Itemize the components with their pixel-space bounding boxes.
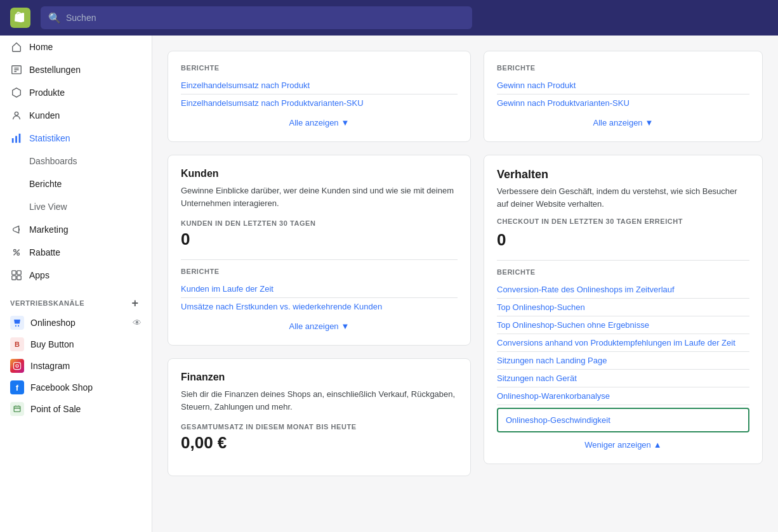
report-gewinn-sku[interactable]: Gewinn nach Produktvarianten-SKU [497,94,749,112]
report-kunden-zeit[interactable]: Kunden im Laufe der Zeit [181,280,458,298]
report-warenkorbanalyse[interactable]: Onlineshop-Warenkorbanalyse [497,387,749,405]
svg-rect-8 [17,271,21,275]
svg-rect-13 [13,362,20,369]
report-top-suchen-ohne[interactable]: Top Onlineshop-Suchen ohne Ergebnisse [497,316,749,334]
report-link-einzelhandel-sku[interactable]: Einzelhandelsumsatz nach Produktvariante… [181,94,458,112]
sidebar-sub-berichte[interactable]: Berichte [0,172,152,195]
svg-rect-16 [14,406,20,412]
svg-rect-4 [19,134,21,143]
apps-icon [10,269,23,282]
onlineshop-icon [10,316,24,330]
top-reports-card-left: BERICHTE Einzelhandelsumsatz nach Produk… [168,51,471,142]
sidebar-item-apps[interactable]: Apps [0,264,152,287]
kunden-title: Kunden [181,168,458,179]
sidebar-channel-facebook[interactable]: f Facebook Shop [0,377,152,398]
sidebar-item-produkte[interactable]: Produkte [0,81,152,104]
sidebar-item-statistiken[interactable]: Statistiken [0,127,152,150]
sidebar-channel-buybutton[interactable]: B Buy Button [0,334,152,355]
eye-icon: 👁 [133,318,142,328]
svg-point-11 [15,325,16,327]
kunden-reports-label: BERICHTE [181,268,458,275]
sidebar-item-marketing[interactable]: Marketing [0,218,152,241]
buybutton-label: Buy Button [30,339,74,349]
chevron-down-icon: ▼ [341,118,350,127]
sidebar-channel-pos[interactable]: Point of Sale [0,398,152,420]
verhalten-title: Verhalten [497,168,749,181]
report-conversion-rate[interactable]: Conversion-Rate des Onlineshops im Zeitv… [497,281,749,299]
berichte-label-left: BERICHTE [181,64,458,72]
main-layout: Home Bestellungen Produkte Kunden Statis [0,36,778,532]
search-bar[interactable]: 🔍 [41,6,472,29]
home-icon [10,41,23,53]
finanzen-card: Finanzen Sieh dir die Finanzen deines Sh… [168,358,471,476]
pos-icon [10,402,24,416]
kunden-card: Kunden Gewinne Einblicke darüber, wer de… [168,155,471,346]
svg-point-15 [18,363,19,364]
report-sitzungen-geraet[interactable]: Sitzungen nach Gerät [497,370,749,387]
sidebar-channel-onlineshop[interactable]: Onlineshop 👁 [0,312,152,334]
instagram-label: Instagram [30,361,70,371]
customers-icon [10,109,23,122]
pos-label: Point of Sale [30,404,81,414]
report-geschwindigkeit[interactable]: Onlineshop-Geschwindigkeit [497,408,749,432]
sidebar-item-apps-label: Apps [29,270,49,280]
instagram-icon [10,359,24,373]
shopify-logo [10,8,30,28]
sidebar-sub-dashboards[interactable]: Dashboards [0,150,152,172]
svg-rect-3 [15,136,17,143]
facebook-label: Facebook Shop [30,382,93,393]
verhalten-reports-label: BERICHTE [497,268,749,276]
left-column: BERICHTE Einzelhandelsumsatz nach Produk… [168,51,471,517]
finanzen-total-value: 0,00 € [181,433,458,453]
divider-verhalten [497,260,749,261]
finanzen-total-label: GESAMTUMSATZ IN DIESEM MONAT BIS HEUTE [181,423,458,431]
sidebar-sub-liveview[interactable]: Live View [0,195,152,218]
verhalten-desc: Verbessere dein Geschäft, indem du verst… [497,185,749,210]
show-all-kunden[interactable]: Alle anzeigen ▼ [181,315,458,332]
right-column: BERICHTE Gewinn nach Produkt Gewinn nach… [484,51,763,517]
report-kunden-umsaetze[interactable]: Umsätze nach Erstkunden vs. wiederkehren… [181,298,458,315]
report-gewinn-produkt[interactable]: Gewinn nach Produkt [497,77,749,94]
finanzen-title: Finanzen [181,372,458,383]
orders-icon [10,63,23,76]
add-channel-button[interactable]: + [129,297,142,309]
search-input[interactable] [66,13,465,23]
marketing-icon [10,223,23,236]
show-all-right-top[interactable]: Alle anzeigen ▼ [497,112,749,129]
sidebar-item-kunden[interactable]: Kunden [0,104,152,127]
show-all-left-top[interactable]: Alle anzeigen ▼ [181,112,458,129]
sidebar-item-home-label: Home [29,42,53,52]
kunden-desc: Gewinne Einblicke darüber, wer deine Kun… [181,185,458,209]
stats-icon [10,132,23,145]
show-less-verhalten[interactable]: Weniger anzeigen ▲ [497,432,749,451]
content-area: BERICHTE Einzelhandelsumsatz nach Produk… [152,36,778,532]
svg-point-6 [17,253,20,256]
sidebar-item-bestellungen-label: Bestellungen [29,65,81,75]
svg-rect-7 [12,271,16,275]
svg-rect-9 [12,276,16,280]
sidebar-item-home[interactable]: Home [0,36,152,58]
onlineshop-label: Onlineshop [30,318,76,328]
sidebar-item-kunden-label: Kunden [29,110,60,120]
report-link-einzelhandel-produkt[interactable]: Einzelhandelsumsatz nach Produkt [181,77,458,94]
svg-point-14 [16,365,18,367]
report-top-suchen[interactable]: Top Onlineshop-Suchen [497,299,749,316]
svg-point-12 [18,325,19,327]
topbar: 🔍 [0,0,778,36]
kunden-value: 0 [181,230,458,249]
report-conversions-empfehlungen[interactable]: Conversions anhand von Produktempfehlung… [497,334,749,352]
divider-kunden [181,259,458,260]
search-icon: 🔍 [48,12,61,24]
vertriebskanaele-title: VERTRIEBSKANÄLE + [0,287,152,312]
sidebar-item-marketing-label: Marketing [29,224,68,235]
sidebar-item-bestellungen[interactable]: Bestellungen [0,58,152,81]
chevron-down-icon-right: ▼ [645,118,654,127]
sidebar-item-rabatte[interactable]: Rabatte [0,241,152,264]
checkout-label: CHECKOUT IN DEN LETZTEN 30 TAGEN ERREICH… [497,217,749,225]
kunden-section-label: KUNDEN IN DEN LETZTEN 30 TAGEN [181,219,458,227]
products-icon [10,86,23,99]
sidebar-channel-instagram[interactable]: Instagram [0,355,152,377]
finanzen-desc: Sieh dir die Finanzen deines Shops an, e… [181,388,458,413]
facebook-icon: f [10,380,24,394]
report-sitzungen-landing[interactable]: Sitzungen nach Landing Page [497,352,749,370]
